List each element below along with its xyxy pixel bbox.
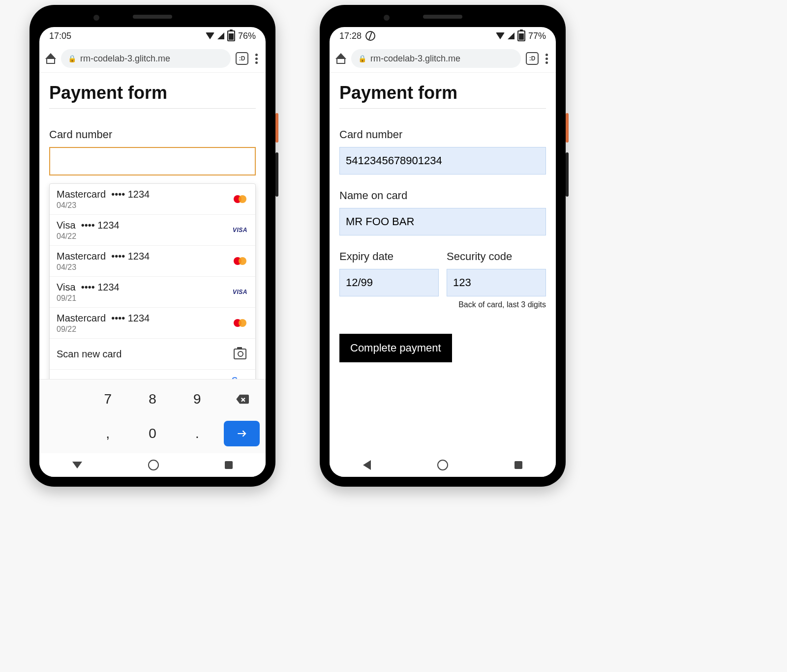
page-title: Payment form	[339, 83, 546, 103]
key-comma[interactable]: ,	[87, 418, 129, 449]
front-camera-icon	[384, 15, 390, 21]
signal-icon	[217, 32, 224, 39]
card-number-label: Card number	[339, 128, 546, 141]
backspace-icon	[235, 392, 249, 406]
key-8[interactable]: 8	[132, 383, 174, 415]
keyboard: 7 8 9 , 0 .	[39, 379, 266, 453]
key-9[interactable]: 9	[176, 383, 218, 415]
lock-icon: 🔒	[68, 55, 76, 62]
autofill-scan-card[interactable]: Scan new card	[50, 338, 255, 369]
nav-recent-icon[interactable]	[515, 461, 522, 469]
overflow-menu-icon[interactable]	[253, 52, 260, 66]
home-icon[interactable]	[45, 53, 56, 64]
autofill-card-option[interactable]: Mastercard •••• 1234 04/23	[50, 184, 255, 214]
signal-icon	[508, 32, 515, 39]
nav-home-icon[interactable]	[148, 460, 159, 470]
security-code-label: Security code	[447, 250, 546, 263]
card-number-label: Card number	[49, 128, 256, 141]
gpay-icon: G Pay	[232, 376, 248, 379]
nav-bar	[39, 453, 266, 477]
expiry-label: Expiry date	[339, 250, 439, 263]
enter-icon	[236, 427, 248, 440]
visa-icon: VISA	[233, 227, 247, 234]
tabs-button[interactable]: :D	[236, 52, 248, 65]
autofill-card-option[interactable]: Visa •••• 1234 09/21 VISA	[50, 276, 255, 307]
battery-icon	[517, 30, 525, 41]
lock-icon: 🔒	[358, 55, 366, 62]
volume-button	[275, 152, 278, 197]
divider	[49, 108, 256, 109]
status-time: 17:05	[49, 31, 71, 41]
screen-left: 17:05 76% 🔒 rm-codelab-3.glitch.me :D	[39, 27, 266, 477]
autofill-card-option[interactable]: Mastercard •••• 1234 09/22	[50, 307, 255, 338]
speaker-icon	[423, 15, 462, 19]
key-7[interactable]: 7	[87, 383, 129, 415]
nav-recent-icon[interactable]	[225, 461, 233, 469]
url-bar[interactable]: 🔒 rm-codelab-3.glitch.me	[351, 49, 521, 68]
home-icon[interactable]	[335, 53, 346, 64]
status-bar: 17:05 76%	[39, 27, 266, 45]
status-bar: 17:28 77%	[330, 27, 556, 45]
phone-left: 17:05 76% 🔒 rm-codelab-3.glitch.me :D	[30, 5, 275, 487]
nav-back-icon[interactable]	[363, 460, 371, 470]
screen-right: 17:28 77% 🔒 rm-codelab-3.glitch.me :D	[330, 27, 556, 477]
name-on-card-input[interactable]	[339, 208, 546, 235]
nav-home-icon[interactable]	[437, 460, 448, 470]
divider	[339, 108, 546, 109]
expiry-input[interactable]	[339, 269, 439, 296]
card-number-input[interactable]	[339, 147, 546, 175]
card-number-input[interactable]	[49, 147, 256, 175]
wifi-icon	[206, 32, 214, 39]
page-content: Payment form Card number Name on card Ex…	[330, 73, 556, 453]
url-bar[interactable]: 🔒 rm-codelab-3.glitch.me	[61, 49, 231, 68]
volume-button	[566, 152, 569, 197]
status-battery: 76%	[238, 31, 256, 41]
data-saver-icon	[365, 31, 375, 41]
browser-toolbar: 🔒 rm-codelab-3.glitch.me :D	[330, 45, 556, 73]
complete-payment-button[interactable]: Complete payment	[339, 334, 452, 362]
front-camera-icon	[93, 15, 99, 21]
tabs-button[interactable]: :D	[526, 52, 539, 65]
status-time: 17:28	[339, 31, 362, 41]
power-button	[566, 113, 569, 143]
overflow-menu-icon[interactable]	[544, 52, 550, 66]
page-title: Payment form	[49, 83, 256, 103]
page-content: Payment form Card number Mastercard ••••…	[39, 73, 266, 379]
speaker-icon	[133, 15, 172, 19]
name-on-card-label: Name on card	[339, 189, 546, 202]
camera-icon	[234, 349, 246, 359]
autofill-manage-methods[interactable]: Manage payment methods… G Pay	[50, 369, 255, 379]
status-battery: 77%	[528, 31, 546, 41]
url-text: rm-codelab-3.glitch.me	[370, 54, 460, 64]
phone-right: 17:28 77% 🔒 rm-codelab-3.glitch.me :D	[320, 5, 566, 487]
mastercard-icon	[234, 257, 246, 265]
wifi-icon	[496, 32, 505, 39]
visa-icon: VISA	[233, 289, 247, 295]
url-text: rm-codelab-3.glitch.me	[80, 54, 170, 64]
autofill-card-option[interactable]: Visa •••• 1234 04/22 VISA	[50, 214, 255, 245]
key-backspace[interactable]	[221, 383, 263, 415]
key-period[interactable]: .	[176, 418, 218, 449]
battery-icon	[227, 30, 235, 41]
security-code-input[interactable]	[447, 269, 546, 296]
nav-back-icon[interactable]	[72, 462, 82, 468]
browser-toolbar: 🔒 rm-codelab-3.glitch.me :D	[39, 45, 266, 73]
key-0[interactable]: 0	[132, 418, 174, 449]
power-button	[275, 113, 278, 143]
autofill-card-option[interactable]: Mastercard •••• 1234 04/23	[50, 245, 255, 276]
security-code-hint: Back of card, last 3 digits	[447, 300, 546, 309]
key-enter[interactable]	[224, 421, 260, 446]
autofill-dropdown: Mastercard •••• 1234 04/23 Visa •••• 123…	[49, 183, 256, 379]
mastercard-icon	[234, 319, 246, 327]
nav-bar	[330, 453, 556, 477]
mastercard-icon	[234, 195, 246, 203]
